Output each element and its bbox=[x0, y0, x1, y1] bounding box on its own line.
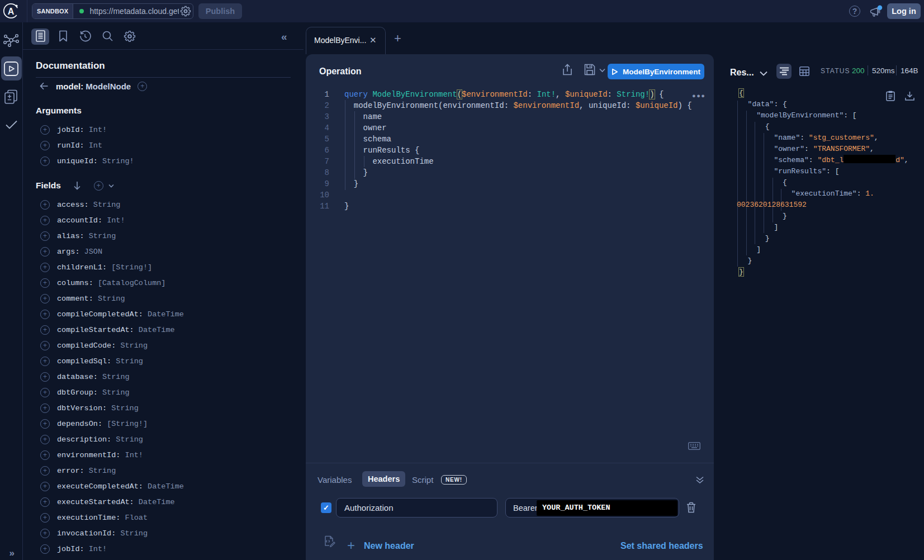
svg-text:A: A bbox=[8, 7, 15, 16]
